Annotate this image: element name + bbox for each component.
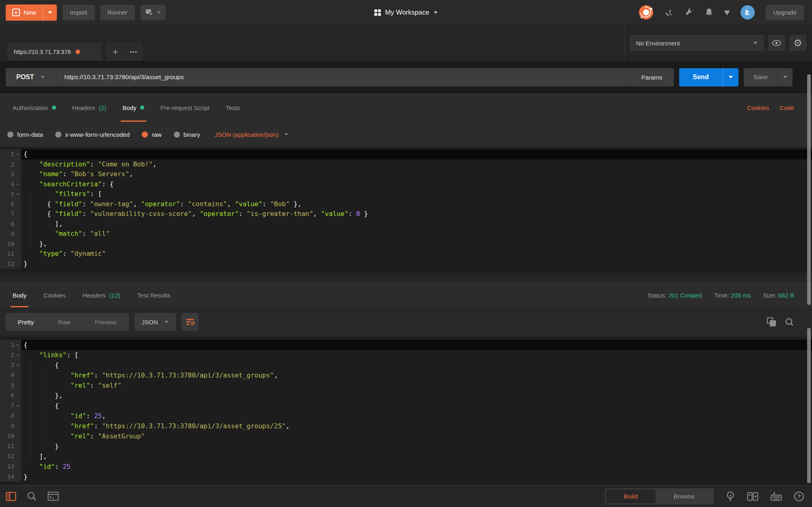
- mode-form-data[interactable]: form-data: [7, 131, 43, 138]
- fold-arrow-icon[interactable]: ▾: [14, 350, 21, 360]
- request-tab[interactable]: https://10.3.71.73:378: [7, 43, 102, 61]
- code-line[interactable]: 12}: [0, 259, 812, 269]
- wrap-text-button[interactable]: [182, 313, 199, 331]
- save-button[interactable]: Save: [744, 68, 793, 86]
- new-window-button[interactable]: [141, 5, 166, 20]
- fold-arrow-icon[interactable]: ▾: [14, 401, 21, 411]
- code-line[interactable]: 3 "name": "Bob's Servers",: [0, 169, 812, 179]
- tips-lightbulb-button[interactable]: [726, 491, 735, 502]
- response-tab-body[interactable]: Body: [7, 283, 32, 307]
- chevron-down-icon: [754, 42, 758, 44]
- send-button[interactable]: Send: [679, 68, 738, 86]
- view-preview-button[interactable]: Preview: [82, 313, 128, 331]
- upgrade-button[interactable]: Upgrade: [766, 5, 804, 20]
- method-select[interactable]: POST: [6, 68, 56, 86]
- code-line[interactable]: 5▾ "filters": [: [0, 189, 812, 199]
- size-value: 662 B: [778, 292, 794, 299]
- mode-x-www-form-urlencoded[interactable]: x-www-form-urlencoded: [55, 131, 130, 138]
- copy-response-button[interactable]: [767, 317, 776, 326]
- code-text[interactable]: { "field": "owner-tag", "operator": "con…: [21, 199, 812, 209]
- fold-arrow-icon[interactable]: ▾: [14, 149, 21, 160]
- fold-arrow-icon[interactable]: ▾: [14, 179, 21, 190]
- code-text[interactable]: }: [21, 259, 812, 269]
- new-button[interactable]: + New: [6, 4, 57, 21]
- url-input[interactable]: https://10.3.71.73:3780/api/3/asset_grou…: [56, 73, 630, 81]
- new-button-main[interactable]: + New: [6, 4, 43, 21]
- browse-tab[interactable]: Browse: [656, 490, 712, 503]
- code-line[interactable]: 9 "match": "all": [0, 229, 812, 239]
- sync-satellite-icon[interactable]: [664, 8, 673, 17]
- code-text[interactable]: "type": "dynamic": [21, 249, 812, 259]
- fold-arrow-icon[interactable]: ▾: [14, 340, 21, 350]
- mode-raw[interactable]: raw: [142, 131, 161, 138]
- code-line[interactable]: 2 "description": "Come on Bob!",: [0, 160, 812, 170]
- help-button[interactable]: ?: [794, 492, 804, 501]
- fold-arrow-icon[interactable]: ▾: [14, 189, 21, 199]
- send-button-label: Send: [693, 73, 709, 81]
- code-link[interactable]: Code: [780, 104, 794, 111]
- request-body-editor[interactable]: 1▾{2 "description": "Come on Bob!",3 "na…: [0, 147, 812, 273]
- mode-binary[interactable]: binary: [174, 131, 200, 138]
- code-line[interactable]: 7 { "field": "vulnerability-cvss-score",…: [0, 209, 812, 219]
- save-dropdown-toggle[interactable]: [777, 68, 793, 86]
- open-new-tab-button[interactable]: +: [106, 43, 124, 61]
- two-pane-view-button[interactable]: [747, 492, 758, 501]
- send-dropdown-toggle[interactable]: [723, 68, 738, 86]
- runner-button[interactable]: Runner: [100, 5, 135, 20]
- tab-authorization[interactable]: Authorization: [7, 93, 61, 122]
- favorites-heart-icon[interactable]: ♥: [724, 8, 730, 17]
- tab-body[interactable]: Body: [117, 93, 149, 122]
- search-response-button[interactable]: [785, 317, 794, 327]
- code-text[interactable]: "searchCriteria": {: [21, 179, 812, 190]
- find-button[interactable]: [27, 491, 37, 501]
- code-line[interactable]: 8 ],: [0, 219, 812, 229]
- view-raw-button[interactable]: Raw: [46, 313, 82, 331]
- code-text[interactable]: {: [21, 149, 812, 160]
- params-button[interactable]: Params: [630, 68, 674, 86]
- code-text[interactable]: "name": "Bob's Servers",: [21, 169, 812, 179]
- code-text[interactable]: "match": "all": [21, 229, 812, 239]
- tab-tests[interactable]: Tests: [221, 93, 245, 122]
- content-type-select[interactable]: JSON (application/json): [214, 131, 288, 138]
- keyboard-shortcuts-button[interactable]: [771, 492, 782, 501]
- code-line[interactable]: 1▾{: [0, 149, 812, 160]
- toggle-sidebar-button[interactable]: [6, 492, 16, 501]
- vertical-scrollbar[interactable]: [807, 328, 811, 483]
- code-line[interactable]: 4▾ "searchCriteria": {: [0, 179, 812, 190]
- send-button-main[interactable]: Send: [679, 68, 723, 86]
- code-line[interactable]: 11 "type": "dynamic": [0, 249, 812, 259]
- response-tab-test-results[interactable]: Test Results: [132, 283, 176, 307]
- response-format-select[interactable]: JSON: [134, 313, 176, 331]
- import-button[interactable]: Import: [63, 5, 95, 20]
- postman-logo-icon[interactable]: [639, 5, 653, 19]
- environment-preview-button[interactable]: [768, 35, 785, 51]
- notifications-bell-icon[interactable]: [705, 8, 713, 17]
- tab-headers[interactable]: Headers (2): [67, 93, 112, 122]
- cookies-link[interactable]: Cookies: [747, 104, 769, 111]
- new-dropdown-toggle[interactable]: [43, 4, 57, 21]
- tab-pre-request-script[interactable]: Pre-request Script: [155, 93, 215, 122]
- console-button[interactable]: [48, 492, 59, 501]
- fold-arrow-icon[interactable]: ▾: [14, 360, 21, 370]
- code-text[interactable]: "description": "Come on Bob!",: [21, 160, 812, 170]
- code-text[interactable]: "filters": [: [21, 189, 812, 199]
- code-line[interactable]: 10 },: [0, 239, 812, 249]
- code-text[interactable]: },: [21, 239, 812, 249]
- line-number: 1: [11, 149, 14, 160]
- build-tab[interactable]: Build: [606, 490, 656, 503]
- environment-settings-button[interactable]: ⚙: [789, 35, 806, 51]
- response-tab-cookies[interactable]: Cookies: [38, 283, 71, 307]
- workspace-selector[interactable]: My Workspace: [374, 9, 438, 16]
- more-tabs-button[interactable]: •••: [125, 43, 143, 61]
- response-tab-headers[interactable]: Headers (12): [77, 283, 125, 307]
- code-text[interactable]: ],: [21, 219, 812, 229]
- view-pretty-button[interactable]: Pretty: [6, 313, 46, 331]
- code-line: 12 ],: [0, 451, 812, 462]
- environment-select[interactable]: No Environment: [630, 35, 764, 51]
- code-text[interactable]: { "field": "vulnerability-cvss-score", "…: [21, 209, 812, 219]
- save-button-main[interactable]: Save: [744, 68, 777, 86]
- vertical-scrollbar[interactable]: [807, 74, 811, 305]
- avatar[interactable]: [741, 5, 755, 19]
- settings-wrench-icon[interactable]: [684, 8, 694, 17]
- code-line[interactable]: 6 { "field": "owner-tag", "operator": "c…: [0, 199, 812, 209]
